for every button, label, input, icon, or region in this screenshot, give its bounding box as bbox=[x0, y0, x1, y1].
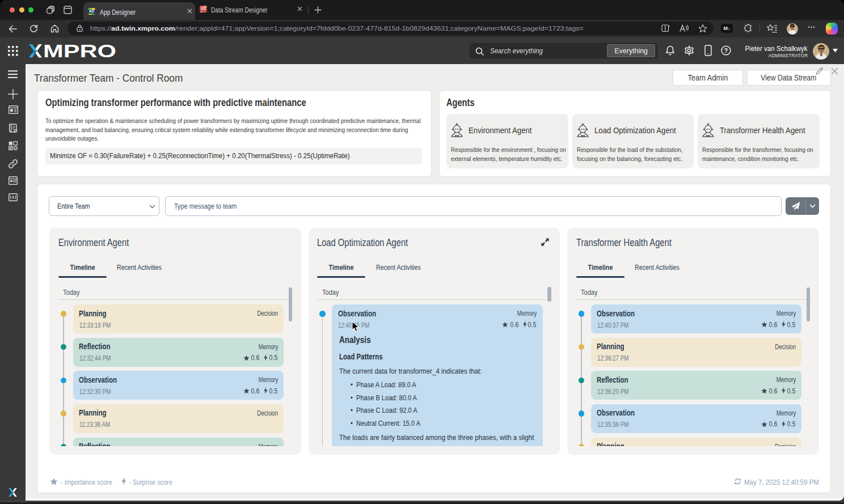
svg-text:MPRO: MPRO bbox=[43, 44, 116, 58]
svg-text:?: ? bbox=[724, 47, 728, 54]
